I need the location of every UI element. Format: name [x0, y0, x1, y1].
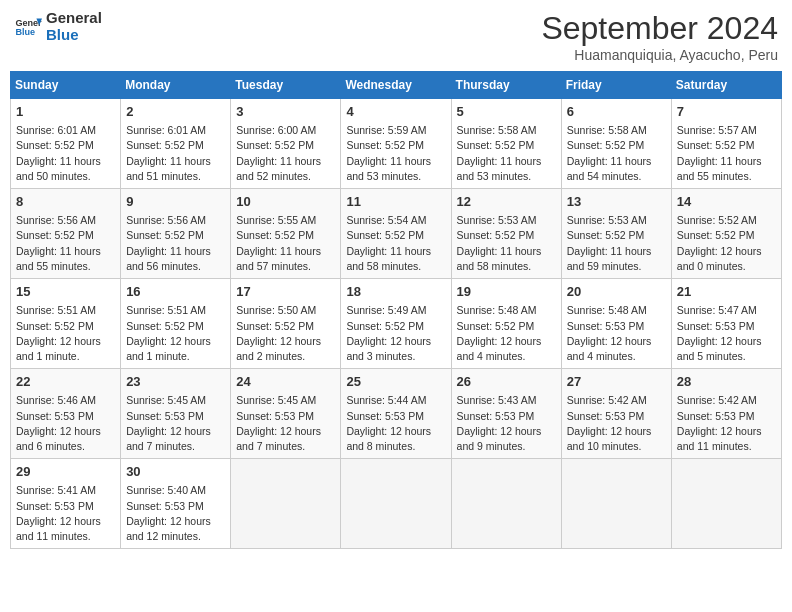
- location-subtitle: Huamanquiquia, Ayacucho, Peru: [541, 47, 778, 63]
- calendar-cell: 6Sunrise: 5:58 AMSunset: 5:52 PMDaylight…: [561, 99, 671, 189]
- calendar-cell: 4Sunrise: 5:59 AMSunset: 5:52 PMDaylight…: [341, 99, 451, 189]
- calendar-cell: 25Sunrise: 5:44 AMSunset: 5:53 PMDayligh…: [341, 369, 451, 459]
- calendar-cell: 26Sunrise: 5:43 AMSunset: 5:53 PMDayligh…: [451, 369, 561, 459]
- day-info: Sunrise: 5:55 AMSunset: 5:52 PMDaylight:…: [236, 213, 335, 274]
- day-number: 10: [236, 193, 335, 211]
- calendar-cell: 28Sunrise: 5:42 AMSunset: 5:53 PMDayligh…: [671, 369, 781, 459]
- day-number: 20: [567, 283, 666, 301]
- day-info: Sunrise: 5:57 AMSunset: 5:52 PMDaylight:…: [677, 123, 776, 184]
- title-block: September 2024 Huamanquiquia, Ayacucho, …: [541, 10, 778, 63]
- day-info: Sunrise: 5:48 AMSunset: 5:52 PMDaylight:…: [457, 303, 556, 364]
- weekday-sunday: Sunday: [11, 72, 121, 99]
- calendar-cell: 21Sunrise: 5:47 AMSunset: 5:53 PMDayligh…: [671, 279, 781, 369]
- day-number: 5: [457, 103, 556, 121]
- day-number: 4: [346, 103, 445, 121]
- day-info: Sunrise: 5:47 AMSunset: 5:53 PMDaylight:…: [677, 303, 776, 364]
- weekday-friday: Friday: [561, 72, 671, 99]
- page-header: General Blue General Blue September 2024…: [10, 10, 782, 63]
- calendar-cell: [671, 459, 781, 549]
- day-info: Sunrise: 5:56 AMSunset: 5:52 PMDaylight:…: [16, 213, 115, 274]
- calendar-cell: 14Sunrise: 5:52 AMSunset: 5:52 PMDayligh…: [671, 189, 781, 279]
- day-info: Sunrise: 5:42 AMSunset: 5:53 PMDaylight:…: [567, 393, 666, 454]
- svg-text:Blue: Blue: [15, 27, 35, 37]
- day-info: Sunrise: 5:40 AMSunset: 5:53 PMDaylight:…: [126, 483, 225, 544]
- day-info: Sunrise: 5:45 AMSunset: 5:53 PMDaylight:…: [236, 393, 335, 454]
- day-number: 28: [677, 373, 776, 391]
- day-number: 11: [346, 193, 445, 211]
- week-row-5: 29Sunrise: 5:41 AMSunset: 5:53 PMDayligh…: [11, 459, 782, 549]
- calendar-cell: 23Sunrise: 5:45 AMSunset: 5:53 PMDayligh…: [121, 369, 231, 459]
- calendar-cell: 10Sunrise: 5:55 AMSunset: 5:52 PMDayligh…: [231, 189, 341, 279]
- day-number: 17: [236, 283, 335, 301]
- day-info: Sunrise: 5:49 AMSunset: 5:52 PMDaylight:…: [346, 303, 445, 364]
- day-info: Sunrise: 5:51 AMSunset: 5:52 PMDaylight:…: [126, 303, 225, 364]
- day-info: Sunrise: 5:58 AMSunset: 5:52 PMDaylight:…: [567, 123, 666, 184]
- day-number: 2: [126, 103, 225, 121]
- day-number: 25: [346, 373, 445, 391]
- day-number: 22: [16, 373, 115, 391]
- day-number: 29: [16, 463, 115, 481]
- calendar-cell: 12Sunrise: 5:53 AMSunset: 5:52 PMDayligh…: [451, 189, 561, 279]
- weekday-thursday: Thursday: [451, 72, 561, 99]
- calendar-cell: 17Sunrise: 5:50 AMSunset: 5:52 PMDayligh…: [231, 279, 341, 369]
- calendar-cell: 8Sunrise: 5:56 AMSunset: 5:52 PMDaylight…: [11, 189, 121, 279]
- day-number: 14: [677, 193, 776, 211]
- day-info: Sunrise: 6:01 AMSunset: 5:52 PMDaylight:…: [126, 123, 225, 184]
- day-info: Sunrise: 5:48 AMSunset: 5:53 PMDaylight:…: [567, 303, 666, 364]
- calendar-cell: 18Sunrise: 5:49 AMSunset: 5:52 PMDayligh…: [341, 279, 451, 369]
- weekday-header-row: SundayMondayTuesdayWednesdayThursdayFrid…: [11, 72, 782, 99]
- week-row-3: 15Sunrise: 5:51 AMSunset: 5:52 PMDayligh…: [11, 279, 782, 369]
- weekday-monday: Monday: [121, 72, 231, 99]
- day-info: Sunrise: 5:56 AMSunset: 5:52 PMDaylight:…: [126, 213, 225, 274]
- logo-blue-text: Blue: [46, 27, 102, 44]
- day-number: 26: [457, 373, 556, 391]
- day-number: 1: [16, 103, 115, 121]
- day-number: 6: [567, 103, 666, 121]
- calendar-cell: [561, 459, 671, 549]
- day-info: Sunrise: 5:53 AMSunset: 5:52 PMDaylight:…: [457, 213, 556, 274]
- day-number: 18: [346, 283, 445, 301]
- calendar-cell: 13Sunrise: 5:53 AMSunset: 5:52 PMDayligh…: [561, 189, 671, 279]
- calendar-cell: 20Sunrise: 5:48 AMSunset: 5:53 PMDayligh…: [561, 279, 671, 369]
- day-number: 3: [236, 103, 335, 121]
- day-number: 27: [567, 373, 666, 391]
- calendar-body: 1Sunrise: 6:01 AMSunset: 5:52 PMDaylight…: [11, 99, 782, 549]
- day-info: Sunrise: 5:51 AMSunset: 5:52 PMDaylight:…: [16, 303, 115, 364]
- day-info: Sunrise: 5:44 AMSunset: 5:53 PMDaylight:…: [346, 393, 445, 454]
- calendar-cell: 5Sunrise: 5:58 AMSunset: 5:52 PMDaylight…: [451, 99, 561, 189]
- day-info: Sunrise: 6:01 AMSunset: 5:52 PMDaylight:…: [16, 123, 115, 184]
- day-number: 13: [567, 193, 666, 211]
- week-row-1: 1Sunrise: 6:01 AMSunset: 5:52 PMDaylight…: [11, 99, 782, 189]
- day-number: 8: [16, 193, 115, 211]
- calendar-cell: 11Sunrise: 5:54 AMSunset: 5:52 PMDayligh…: [341, 189, 451, 279]
- day-info: Sunrise: 5:52 AMSunset: 5:52 PMDaylight:…: [677, 213, 776, 274]
- calendar-cell: 1Sunrise: 6:01 AMSunset: 5:52 PMDaylight…: [11, 99, 121, 189]
- calendar-cell: 22Sunrise: 5:46 AMSunset: 5:53 PMDayligh…: [11, 369, 121, 459]
- calendar-cell: 27Sunrise: 5:42 AMSunset: 5:53 PMDayligh…: [561, 369, 671, 459]
- calendar-cell: 2Sunrise: 6:01 AMSunset: 5:52 PMDaylight…: [121, 99, 231, 189]
- calendar-cell: 15Sunrise: 5:51 AMSunset: 5:52 PMDayligh…: [11, 279, 121, 369]
- day-info: Sunrise: 5:41 AMSunset: 5:53 PMDaylight:…: [16, 483, 115, 544]
- day-number: 24: [236, 373, 335, 391]
- month-year-title: September 2024: [541, 10, 778, 47]
- calendar-cell: 9Sunrise: 5:56 AMSunset: 5:52 PMDaylight…: [121, 189, 231, 279]
- day-number: 19: [457, 283, 556, 301]
- day-number: 21: [677, 283, 776, 301]
- day-info: Sunrise: 5:59 AMSunset: 5:52 PMDaylight:…: [346, 123, 445, 184]
- day-info: Sunrise: 5:50 AMSunset: 5:52 PMDaylight:…: [236, 303, 335, 364]
- day-info: Sunrise: 5:58 AMSunset: 5:52 PMDaylight:…: [457, 123, 556, 184]
- calendar-cell: 3Sunrise: 6:00 AMSunset: 5:52 PMDaylight…: [231, 99, 341, 189]
- day-info: Sunrise: 5:54 AMSunset: 5:52 PMDaylight:…: [346, 213, 445, 274]
- day-number: 15: [16, 283, 115, 301]
- calendar-cell: 7Sunrise: 5:57 AMSunset: 5:52 PMDaylight…: [671, 99, 781, 189]
- day-number: 23: [126, 373, 225, 391]
- weekday-saturday: Saturday: [671, 72, 781, 99]
- calendar-cell: 24Sunrise: 5:45 AMSunset: 5:53 PMDayligh…: [231, 369, 341, 459]
- week-row-2: 8Sunrise: 5:56 AMSunset: 5:52 PMDaylight…: [11, 189, 782, 279]
- calendar-cell: [451, 459, 561, 549]
- day-info: Sunrise: 5:53 AMSunset: 5:52 PMDaylight:…: [567, 213, 666, 274]
- day-info: Sunrise: 6:00 AMSunset: 5:52 PMDaylight:…: [236, 123, 335, 184]
- weekday-tuesday: Tuesday: [231, 72, 341, 99]
- day-info: Sunrise: 5:46 AMSunset: 5:53 PMDaylight:…: [16, 393, 115, 454]
- day-number: 30: [126, 463, 225, 481]
